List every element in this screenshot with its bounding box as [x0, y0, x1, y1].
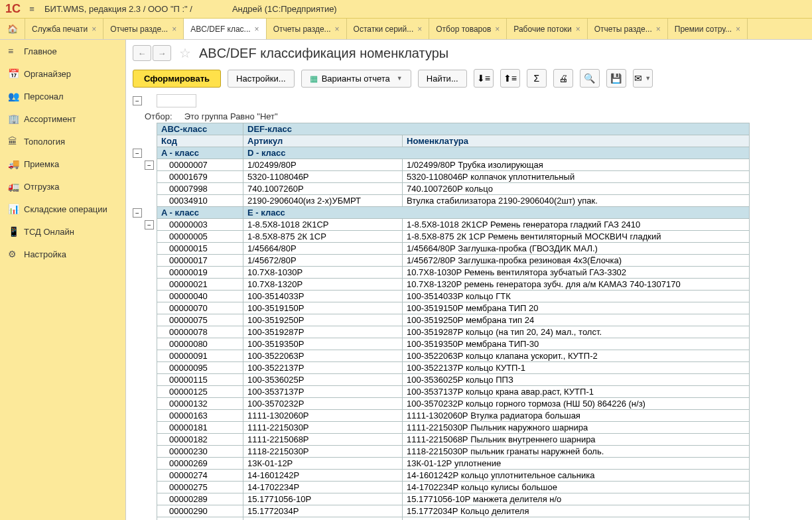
sidebar-item-1[interactable]: 📅Органайзер	[0, 62, 125, 85]
sidebar-item-7[interactable]: 📊Складские операции	[0, 198, 125, 220]
tab-6[interactable]: Рабочие потоки×	[507, 19, 587, 39]
cell-code: 00000040	[157, 291, 243, 302]
cell-article: 100-3519250Р	[243, 314, 403, 326]
cell-code: 00000275	[157, 482, 243, 493]
cell-name: 1/45664/80Р Заглушка-пробка (ГВОЗДИК МАЛ…	[403, 243, 750, 255]
tree-collapse-icon[interactable]: −	[145, 161, 154, 170]
close-icon[interactable]: ×	[92, 25, 96, 34]
cell-article: 100-3536025Р	[243, 374, 403, 386]
variants-button[interactable]: ▦ Варианты отчета ▼	[301, 70, 411, 88]
tab-label: Служба печати	[32, 25, 88, 34]
sidebar-item-0[interactable]: ≡Главное	[0, 40, 125, 62]
filter-cell[interactable]	[157, 94, 196, 107]
cell-code: 00000019	[157, 267, 243, 279]
tab-label: Рабочие потоки	[513, 25, 571, 34]
cell-name: 100-3536025Р кольцо ППЗ	[403, 374, 750, 386]
cell-article: 14-1702234Р	[243, 482, 403, 493]
sidebar-item-2[interactable]: 👥Персонал	[0, 85, 125, 107]
close-icon[interactable]: ×	[172, 25, 176, 34]
sidebar-item-3[interactable]: 🏢Ассортимент	[0, 107, 125, 130]
tab-label: Отчеты разде...	[594, 25, 652, 34]
email-button[interactable]: ✉▼	[633, 69, 653, 88]
cell-article: 1111-2215068Р	[243, 434, 403, 446]
tab-5[interactable]: Отбор товаров×	[429, 19, 507, 39]
tab-home[interactable]: 🏠	[0, 19, 25, 39]
nav-back-button[interactable]: ←	[133, 45, 151, 61]
find-button[interactable]: Найти...	[418, 70, 467, 88]
nav-forward-button[interactable]: →	[153, 45, 171, 61]
star-icon[interactable]: ☆	[179, 45, 191, 61]
print-button[interactable]: 🖨	[553, 69, 573, 88]
tab-label: Премии сотру...	[675, 25, 732, 34]
sum-button[interactable]: Σ	[527, 69, 547, 88]
tab-8[interactable]: Премии сотру...×	[668, 19, 748, 39]
settings-button[interactable]: Настройки...	[228, 70, 295, 88]
cell-code: 00007998	[157, 183, 243, 195]
sidebar-label: Органайзер	[24, 69, 71, 79]
save-button[interactable]: 💾	[606, 69, 626, 88]
cell-article: 1-8.5Х8-875 2К 1СР	[243, 231, 403, 243]
tabbar: 🏠 Служба печати×Отчеты разде...×ABC/DEF …	[0, 19, 812, 40]
cell-article: 1111-1302060Р	[243, 410, 403, 422]
menu-icon[interactable]: ≡	[26, 4, 38, 14]
sidebar-label: Ассортимент	[24, 114, 76, 124]
cell-name: 1111-2215030Р Пыльник наружного шарнира	[403, 422, 750, 434]
tab-3[interactable]: Отчеты разде...×	[267, 19, 347, 39]
sidebar-icon: 📅	[8, 68, 24, 79]
cell-name: 13К-01-12Р уплотнение	[403, 458, 750, 470]
cell-code: 00000007	[157, 159, 243, 171]
close-icon[interactable]: ×	[255, 25, 259, 34]
close-icon[interactable]: ×	[335, 25, 340, 34]
cell-article: 1/45664/80Р	[243, 243, 403, 255]
group-def: D - класс	[243, 147, 750, 159]
tab-1[interactable]: Отчеты разде...×	[103, 19, 184, 39]
close-icon[interactable]: ×	[417, 25, 422, 34]
group-def: E - класс	[243, 207, 750, 219]
cell-code: 00000230	[157, 446, 243, 458]
cell-name: 1-8.5Х8-1018 2К1СР Ремень генератора гла…	[403, 219, 750, 231]
cell-article: 100-3519287Р	[243, 326, 403, 338]
cell-name: 100-3570232Р кольцо горного тормоза (НШ …	[403, 398, 750, 410]
cell-code: 00000290	[157, 505, 243, 517]
tab-4[interactable]: Остатки серий...×	[347, 19, 430, 39]
app-title: БИТ.WMS, редакция 2.3 / ООО "П :" /	[44, 4, 192, 14]
cell-article: 1118-2215030Р	[243, 446, 403, 458]
sidebar-item-8[interactable]: 📱ТСД Онлайн	[0, 220, 125, 243]
filter-label: Отбор:	[145, 111, 172, 121]
tab-0[interactable]: Служба печати×	[25, 19, 103, 39]
sidebar-item-9[interactable]: ⚙Настройка	[0, 243, 125, 265]
sidebar-item-4[interactable]: 🏛Топология	[0, 130, 125, 153]
cell-code: 00000021	[157, 279, 243, 291]
cell-name: 1/02499/80Р Трубка изолирующая	[403, 159, 750, 171]
cell-article: 740.1007260Р	[243, 183, 403, 195]
tree-collapse-icon[interactable]: −	[145, 220, 154, 229]
close-icon[interactable]: ×	[576, 25, 580, 34]
cell-name: 1118-2215030Р пыльник гранаты наружней б…	[403, 446, 750, 458]
titlebar: 1C ≡ БИТ.WMS, редакция 2.3 / ООО "П :" /…	[0, 0, 812, 19]
group-abc: A - класс	[157, 147, 243, 159]
cell-article: 100-3537137Р	[243, 386, 403, 398]
close-icon[interactable]: ×	[736, 25, 740, 34]
tree-collapse-icon[interactable]: −	[133, 149, 142, 158]
cell-name: 10.7Х8-1320Р ремень генератора зубч. для…	[403, 279, 750, 291]
tree-collapse-icon[interactable]: −	[133, 96, 142, 105]
header-article: Артикул	[243, 135, 403, 147]
collapse-tree-button[interactable]: ⬆≡	[500, 69, 520, 88]
form-button[interactable]: Сформировать	[133, 70, 221, 88]
tab-2[interactable]: ABC/DEF клас...×	[184, 19, 266, 39]
header-def: DEF-класс	[243, 123, 750, 135]
preview-button[interactable]: 🔍	[580, 69, 600, 88]
close-icon[interactable]: ×	[495, 25, 500, 34]
sidebar-item-6[interactable]: 🚛Отгрузка	[0, 175, 125, 198]
sidebar-icon: 🚛	[8, 181, 24, 192]
chevron-down-icon: ▼	[397, 75, 403, 82]
group-abc: A - класс	[157, 207, 243, 219]
expand-tree-button[interactable]: ⬇≡	[474, 69, 494, 88]
cell-name: 15.1772034Р Кольцо делителя	[403, 505, 750, 517]
tab-7[interactable]: Отчеты разде...×	[588, 19, 668, 39]
sidebar-item-5[interactable]: 🚚Приемка	[0, 153, 125, 175]
header-code: Код	[157, 135, 243, 147]
cell-code: 00000005	[157, 231, 243, 243]
close-icon[interactable]: ×	[656, 25, 661, 34]
tree-collapse-icon[interactable]: −	[133, 208, 142, 218]
